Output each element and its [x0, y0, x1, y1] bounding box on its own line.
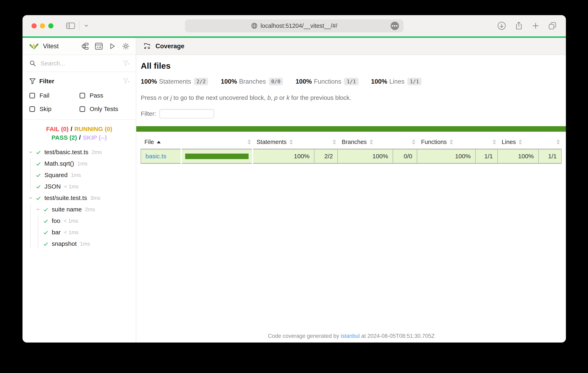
col-header-statements[interactable]: Statements	[252, 136, 314, 149]
tabs-icon[interactable]	[548, 21, 557, 30]
coverage-filter-label: Filter:	[141, 110, 156, 117]
stat-statements: 100%Statements2/2	[141, 78, 208, 85]
sort-icon	[290, 139, 293, 145]
stat-fraction-badge: 1/1	[344, 78, 358, 85]
search-icon	[30, 60, 36, 67]
dashboard-icon[interactable]	[95, 43, 103, 50]
tree-item-file[interactable]: test/suite.test.ts 3ms	[22, 192, 136, 204]
pass-check-icon	[43, 241, 49, 247]
file-coverage-chart-cell	[181, 149, 252, 163]
col-header-functions[interactable]: Functions	[417, 136, 475, 149]
checkbox-box[interactable]	[80, 106, 85, 112]
pass-check-icon	[36, 172, 41, 178]
tree-item-test[interactable]: foo < 1ms	[22, 215, 136, 227]
col-header-branches-frac[interactable]	[393, 136, 417, 149]
chevron-down-icon[interactable]	[36, 207, 43, 212]
tree-item-test[interactable]: Squared 1ms	[22, 169, 136, 181]
keyboard-hint: Press n or j to go to the next uncovered…	[141, 94, 561, 101]
lines-pct-cell: 100%	[498, 149, 538, 163]
coverage-footer: Code coverage generated by istanbul at 2…	[136, 333, 566, 339]
coverage-table-row: basic.ts 100% 2/2 100% 0/0 100% 1/1 100%	[141, 149, 561, 163]
coverage-filter-row: Filter:	[141, 109, 561, 118]
chevron-down-icon[interactable]	[28, 196, 36, 200]
lines-frac-cell: 1/1	[538, 149, 561, 163]
test-status-summary: FAIL (0)/RUNNING (0) PASS (2)/SKIP (--)	[22, 120, 136, 144]
sort-icon	[248, 139, 251, 145]
filter-title: Filter	[39, 78, 54, 85]
checkbox-pass[interactable]: Pass	[80, 92, 130, 99]
col-header-statements-frac[interactable]	[314, 136, 337, 149]
checkbox-box[interactable]	[30, 93, 35, 98]
functions-frac-cell: 1/1	[475, 149, 498, 163]
url-bar[interactable]: localhost:51204/__vitest__/#/ •••	[185, 20, 403, 32]
chevron-down-icon[interactable]	[28, 150, 36, 155]
share-icon[interactable]	[514, 21, 523, 30]
coverage-title: Coverage	[156, 42, 184, 50]
close-button[interactable]	[32, 23, 37, 28]
ellipsis-icon[interactable]: •••	[390, 22, 399, 30]
col-header-file[interactable]: File	[141, 136, 181, 149]
file-link[interactable]: basic.ts	[146, 153, 166, 159]
col-header-functions-frac[interactable]	[475, 136, 498, 149]
pass-check-icon	[36, 149, 41, 155]
tree-item-file[interactable]: test/basic.test.ts 2ms	[22, 146, 136, 158]
page-title: All files	[141, 61, 561, 71]
pass-check-icon	[36, 184, 41, 189]
sort-icon	[450, 139, 453, 145]
status-running: RUNNING (0)	[74, 125, 112, 132]
download-icon[interactable]	[497, 21, 506, 30]
coverage-table-wrap: File Statements	[141, 136, 562, 164]
stat-lines: 100%Lines1/1	[371, 78, 422, 85]
statements-frac-cell: 2/2	[314, 149, 337, 163]
browser-window: localhost:51204/__vitest__/#/ •••	[22, 15, 566, 342]
clear-filter-icon[interactable]	[123, 78, 130, 84]
globe-icon	[251, 22, 258, 29]
table-header-row: File Statements	[141, 136, 561, 149]
vitest-app: Vitest	[22, 38, 566, 342]
coverage-filter-input[interactable]	[159, 109, 214, 118]
checkbox-only-tests[interactable]: Only Tests	[80, 105, 130, 113]
tree-item-test[interactable]: JSON < 1ms	[22, 181, 136, 192]
col-header-lines-frac[interactable]	[538, 136, 561, 149]
clear-search-filter-icon[interactable]	[123, 60, 130, 66]
new-tab-icon[interactable]	[532, 22, 540, 30]
stat-branches: 100%Branches0/0	[221, 78, 283, 85]
checkbox-box[interactable]	[30, 106, 35, 112]
coverage-summary-bar	[136, 126, 566, 132]
tree-item-suite[interactable]: suite name 2ms	[22, 204, 136, 215]
sort-icon	[519, 139, 522, 145]
minimize-button[interactable]	[40, 23, 45, 28]
toolbar-divider	[79, 21, 80, 30]
coverage-table: File Statements	[141, 136, 562, 164]
pass-check-icon	[43, 218, 49, 224]
tree-guide-line	[30, 159, 31, 191]
footer-timestamp: 2024-08-05T08:51:30.705Z	[368, 333, 435, 339]
checkbox-skip[interactable]: Skip	[30, 105, 80, 113]
coverage-bar-fill	[185, 154, 249, 159]
stat-fraction-badge: 1/1	[407, 78, 421, 85]
traffic-lights	[32, 23, 53, 28]
status-pass: PASS (2)	[52, 134, 77, 141]
checkbox-box[interactable]	[80, 93, 85, 98]
col-header-branches[interactable]: Branches	[337, 136, 393, 149]
istanbul-link[interactable]: istanbul	[341, 333, 360, 339]
toolbar-actions	[497, 21, 557, 30]
checkbox-fail[interactable]: Fail	[30, 92, 80, 99]
tree-item-test[interactable]: bar < 1ms	[22, 227, 136, 238]
coverage-body: All files 100%Statements2/2 100%Branches…	[136, 55, 566, 118]
col-header-file-sorter[interactable]	[181, 136, 252, 149]
chevron-down-icon[interactable]	[84, 24, 89, 28]
functions-pct-cell: 100%	[417, 149, 475, 163]
tree-item-test[interactable]: snapshot 1ms	[22, 238, 136, 249]
sort-icon	[370, 139, 373, 145]
theme-sun-icon[interactable]	[122, 42, 130, 50]
tree-item-test[interactable]: Math.sqrt() 1ms	[22, 158, 136, 169]
tree-view-icon[interactable]	[81, 42, 89, 50]
fullscreen-button[interactable]	[48, 23, 53, 28]
search-input[interactable]	[41, 60, 123, 67]
sidebar-header: Vitest	[22, 38, 136, 55]
sort-icon	[556, 139, 560, 145]
col-header-lines[interactable]: Lines	[498, 136, 538, 149]
run-all-icon[interactable]	[109, 43, 116, 50]
sidebar-toggle-icon[interactable]	[66, 22, 75, 30]
